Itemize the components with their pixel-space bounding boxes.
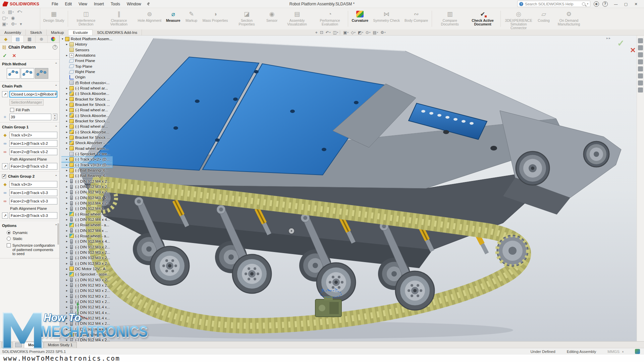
tree-item[interactable]: (-) DIN 912 M4 x 2... [61, 337, 115, 341]
task-pane-tab[interactable] [638, 73, 643, 78]
tree-item[interactable]: (-) DIN 912 M3 x 2... [61, 288, 115, 293]
menu-item[interactable]: Edit [62, 1, 75, 7]
chain-path-field[interactable]: Closed Loop<1>@Robot Platform [9, 91, 57, 98]
expand-arrow-icon[interactable] [66, 295, 69, 298]
expand-arrow-icon[interactable] [66, 169, 69, 172]
manager-pane-tab[interactable]: ▤ [12, 36, 23, 43]
task-pane-tab[interactable] [638, 45, 643, 50]
ribbon-button[interactable]: ∥Clearance Verification [102, 9, 135, 29]
quick-access-button[interactable]: ▾▾ [19, 21, 23, 27]
tree-item[interactable]: (-) DIN 912 M1.4 x... [61, 315, 115, 321]
tab-scroll-prev-icon[interactable]: ‹ [7, 342, 13, 348]
expand-arrow-icon[interactable] [66, 213, 69, 216]
manager-pane-tab[interactable]: ⊕ [36, 36, 47, 43]
expand-arrow-icon[interactable] [66, 245, 69, 249]
menu-item[interactable]: Insert [91, 1, 107, 7]
headsup-button[interactable]: ▣▾ [342, 30, 349, 35]
collapse-caret-icon[interactable]: ⌃ [55, 125, 57, 129]
expand-arrow-icon[interactable] [66, 284, 69, 287]
expand-arrow-icon[interactable] [66, 322, 69, 325]
tree-item[interactable]: (-) Road wheel - a... [61, 332, 115, 337]
units-selector[interactable]: MMGS▴ [607, 350, 624, 354]
group1-face1-field[interactable]: Face<1>@Track v3-2 [9, 140, 57, 147]
path-selection-icon[interactable]: ↗ [2, 91, 8, 97]
headsup-button[interactable]: ⚙▾ [380, 30, 386, 35]
expand-arrow-icon[interactable] [66, 338, 69, 341]
ribbon-button[interactable]: ✎Markup [183, 9, 200, 29]
window-button[interactable]: ▢ [621, 1, 631, 7]
headsup-button[interactable]: ⌖▾ [315, 30, 318, 35]
quick-access-button[interactable]: ▢▾ [1, 15, 8, 21]
group2-face1-field[interactable]: Face<1>@Track v3-3 [9, 189, 57, 196]
expand-arrow-icon[interactable] [66, 141, 69, 144]
task-pane-tab[interactable] [638, 66, 643, 71]
user-account-icon[interactable]: ☻ [594, 1, 599, 7]
headsup-button[interactable]: ⊙▾ [365, 30, 371, 35]
expand-arrow-icon[interactable] [66, 207, 69, 210]
tree-item[interactable]: Bracket for Shock ... [61, 118, 115, 124]
ribbon-button[interactable]: ▤Assembly Visualization [281, 9, 314, 29]
tab-scroll-first-icon[interactable]: « [1, 342, 7, 348]
expand-arrow-icon[interactable] [66, 108, 69, 112]
graphics-viewport[interactable]: ▸▸ ✓ ✕ [60, 36, 637, 341]
expand-arrow-icon[interactable] [66, 316, 69, 320]
tree-item[interactable]: (-) Road wheel - a... [61, 233, 115, 239]
expand-arrow-icon[interactable] [66, 327, 69, 331]
tree-item[interactable]: (-) Track v3<3> (D... [61, 162, 112, 168]
expand-arrow-icon[interactable] [61, 37, 65, 41]
confirm-cancel-icon[interactable]: ✕ [630, 46, 636, 54]
expand-arrow-icon[interactable] [66, 98, 69, 101]
tree-item[interactable]: (-) Shock Absorbe... [61, 113, 115, 118]
panel-scrollbar[interactable] [57, 223, 59, 245]
tree-item[interactable]: Front Plane [61, 58, 115, 63]
plane-selection-icon[interactable]: ↗ [2, 213, 8, 219]
task-pane-tab[interactable] [638, 80, 643, 85]
sync-configuration-checkbox[interactable] [7, 243, 11, 247]
headsup-button[interactable]: ⊡▾ [319, 30, 324, 35]
pitch-method-option[interactable] [35, 68, 48, 79]
tree-item[interactable]: (-) DIN 912 M4 x 4... [61, 326, 115, 331]
expand-arrow-icon[interactable] [66, 256, 69, 259]
expand-arrow-icon[interactable] [66, 147, 69, 150]
menu-item[interactable]: Tools [108, 1, 123, 7]
group1-component-field[interactable]: Track v3<2> [9, 132, 57, 138]
tree-item[interactable]: (-) DIN 912 M4 x 4... [61, 217, 115, 222]
group1-face2-field[interactable]: Face<2>@Track v3-2 [9, 148, 57, 155]
tree-item[interactable]: (f) Robot chassis<... [61, 80, 115, 85]
tree-item[interactable]: (-) DIN 912 M3 x 2... [61, 189, 115, 195]
collapse-caret-icon[interactable]: ⌃ [55, 175, 57, 178]
tree-item[interactable]: (-) Track v3<2> (D... [61, 157, 112, 162]
headsup-button[interactable]: ↶▾ [325, 30, 331, 35]
manager-pane-tab[interactable] [48, 36, 59, 43]
task-pane-tab[interactable] [638, 52, 643, 57]
tree-item[interactable]: (-) DIN 912 M3 x 2... [61, 255, 115, 260]
ribbon-button[interactable]: ∾Body Compare [402, 9, 430, 29]
tree-item[interactable]: Sensors [61, 47, 115, 53]
tree-item[interactable]: (-) DIN 912 M4 x 4... [61, 239, 115, 244]
chain-group-2-checkbox[interactable] [2, 174, 6, 178]
tree-item[interactable]: (-) Road wheel - a... [61, 222, 115, 228]
expand-arrow-icon[interactable] [66, 125, 69, 128]
expand-arrow-icon[interactable] [66, 196, 69, 199]
expand-arrow-icon[interactable] [66, 240, 69, 243]
expand-arrow-icon[interactable] [66, 229, 69, 232]
tree-item[interactable]: (-) DIN 912 M3 x 2... [61, 250, 115, 255]
quick-access-button[interactable]: ▣▾ [1, 21, 8, 27]
tree-item[interactable]: (-) DIN 912 M4 x 2... [61, 179, 115, 184]
tree-item[interactable]: (-) Ball Bearing- 6... [61, 168, 115, 173]
document-tab[interactable]: Markup [47, 29, 68, 35]
group1-face3-field[interactable]: Face<3>@Track v3-2 [9, 163, 57, 170]
window-button[interactable]: ✕ [631, 1, 641, 7]
tree-item[interactable]: (-) Ball Bearing- 6... [61, 173, 115, 178]
ribbon-button[interactable]: ◫Interference Detection [69, 9, 102, 29]
tree-item[interactable]: Right Plane [61, 69, 115, 74]
tree-item[interactable]: Bracket for Shock ... [61, 135, 115, 140]
headsup-button[interactable]: ▤▾ [372, 30, 379, 35]
expand-arrow-icon[interactable] [66, 278, 69, 282]
expand-arrow-icon[interactable] [66, 273, 69, 276]
help-search-box[interactable]: ? Search SOLIDWORKS Help ▾ [517, 1, 590, 7]
task-pane-tab[interactable] [638, 87, 643, 93]
document-tab[interactable]: Assembly [0, 29, 26, 35]
tree-item[interactable]: (-) DIN 912 M4 x ... [61, 206, 115, 211]
expand-arrow-icon[interactable] [66, 251, 69, 254]
